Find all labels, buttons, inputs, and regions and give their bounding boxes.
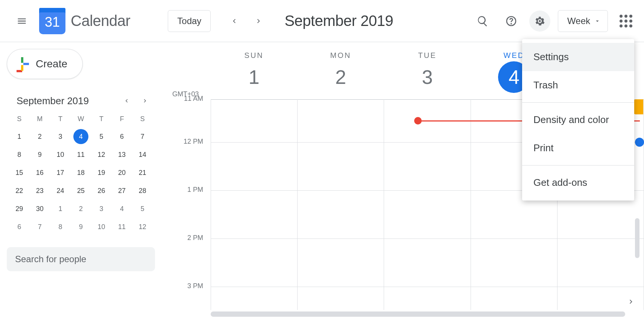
- day-header-dow: MON: [297, 51, 384, 60]
- mini-day[interactable]: 11: [112, 219, 132, 234]
- chevron-right-icon: [142, 97, 149, 104]
- day-header[interactable]: MON2: [297, 42, 384, 99]
- mini-day[interactable]: 21: [132, 165, 153, 180]
- mini-day[interactable]: 14: [132, 147, 153, 162]
- day-header-num: 1: [211, 61, 297, 93]
- prev-period-button[interactable]: [226, 13, 242, 29]
- help-button[interactable]: [501, 11, 522, 32]
- mini-day[interactable]: 12: [91, 147, 112, 162]
- mini-day[interactable]: 13: [112, 147, 132, 162]
- mini-day[interactable]: 7: [132, 129, 153, 144]
- mini-calendar: September 2019 SMTWTFS123456789101112131…: [7, 95, 155, 234]
- time-label: 12 PM: [166, 138, 203, 146]
- mini-day[interactable]: 1: [9, 129, 30, 144]
- day-column[interactable]: [298, 99, 384, 310]
- next-period-button[interactable]: [251, 13, 267, 29]
- people-search-input[interactable]: Search for people: [7, 247, 155, 271]
- gear-icon: [534, 15, 546, 27]
- day-header[interactable]: TUE3: [384, 42, 471, 99]
- mini-day[interactable]: 4: [112, 201, 132, 216]
- mini-day[interactable]: 28: [132, 183, 153, 198]
- mini-day[interactable]: 9: [30, 147, 50, 162]
- mini-day[interactable]: 6: [9, 219, 30, 234]
- create-button[interactable]: Create: [7, 49, 83, 79]
- create-button-label: Create: [36, 58, 67, 70]
- mini-day[interactable]: 29: [9, 201, 30, 216]
- mini-day[interactable]: 11: [71, 147, 91, 162]
- menu-divider: [522, 102, 634, 103]
- mini-day[interactable]: 26: [91, 183, 112, 198]
- day-header[interactable]: SUN1: [211, 42, 297, 99]
- mini-next-month-button[interactable]: [139, 95, 151, 107]
- app-title: Calendar: [71, 12, 130, 29]
- mini-day[interactable]: 30: [30, 201, 50, 216]
- tasks-side-badge[interactable]: [633, 99, 643, 114]
- vertical-scrollbar-thumb[interactable]: [635, 218, 639, 258]
- mini-day[interactable]: 2: [30, 129, 50, 144]
- settings-menu-addons[interactable]: Get add-ons: [522, 169, 634, 197]
- mini-day[interactable]: 25: [71, 183, 91, 198]
- mini-prev-month-button[interactable]: [120, 95, 132, 107]
- app-logo[interactable]: 31 Calendar: [39, 8, 130, 34]
- mini-day[interactable]: 6: [112, 129, 132, 144]
- today-button[interactable]: Today: [168, 10, 211, 32]
- current-date-range: September 2019: [284, 12, 393, 29]
- mini-day[interactable]: 9: [71, 219, 91, 234]
- mini-day[interactable]: 20: [112, 165, 132, 180]
- people-search-placeholder: Search for people: [15, 254, 86, 264]
- mini-day[interactable]: 5: [132, 201, 153, 216]
- mini-day[interactable]: 19: [91, 165, 112, 180]
- now-indicator-dot: [414, 117, 422, 125]
- scroll-right-button[interactable]: [624, 295, 638, 308]
- mini-day[interactable]: 16: [30, 165, 50, 180]
- mini-day[interactable]: 3: [91, 201, 112, 216]
- mini-day[interactable]: 10: [50, 147, 71, 162]
- settings-menu-trash[interactable]: Trash: [522, 71, 634, 99]
- chevron-left-icon: [123, 97, 130, 104]
- mini-day[interactable]: 5: [91, 129, 112, 144]
- mini-day[interactable]: 8: [9, 147, 30, 162]
- mini-day[interactable]: 4: [71, 129, 91, 144]
- mini-day[interactable]: 7: [30, 219, 50, 234]
- mini-day[interactable]: 22: [9, 183, 30, 198]
- mini-day[interactable]: 10: [91, 219, 112, 234]
- mini-day[interactable]: 12: [132, 219, 153, 234]
- day-header-dow: SUN: [211, 51, 297, 60]
- time-label: 1 PM: [166, 186, 203, 194]
- day-column[interactable]: [384, 99, 471, 310]
- day-header-num: 3: [384, 61, 471, 93]
- search-button[interactable]: [472, 11, 493, 32]
- mini-day[interactable]: 17: [50, 165, 71, 180]
- settings-menu-print[interactable]: Print: [522, 134, 634, 162]
- help-icon: [505, 15, 517, 27]
- event-done-badge[interactable]: [635, 138, 644, 147]
- mini-day[interactable]: 24: [50, 183, 71, 198]
- google-apps-button[interactable]: [615, 11, 636, 32]
- mini-day[interactable]: 23: [30, 183, 50, 198]
- mini-dow: W: [71, 112, 91, 126]
- search-icon: [477, 15, 489, 27]
- horizontal-scrollbar[interactable]: [211, 311, 625, 317]
- chevron-left-icon: [230, 17, 238, 25]
- mini-day[interactable]: 1: [50, 201, 71, 216]
- mini-day[interactable]: 2: [71, 201, 91, 216]
- main-menu-button[interactable]: [13, 12, 31, 30]
- day-header-dow: TUE: [384, 51, 471, 60]
- mini-dow: S: [132, 112, 153, 126]
- mini-day[interactable]: 27: [112, 183, 132, 198]
- mini-day[interactable]: 18: [71, 165, 91, 180]
- mini-dow: S: [9, 112, 30, 126]
- settings-menu-settings[interactable]: Settings: [522, 43, 634, 71]
- view-switcher[interactable]: Week: [558, 10, 608, 32]
- day-column[interactable]: [211, 99, 298, 310]
- view-switcher-label: Week: [567, 16, 590, 26]
- mini-calendar-title: September 2019: [9, 95, 89, 107]
- mini-day[interactable]: 8: [50, 219, 71, 234]
- time-label: 3 PM: [166, 282, 203, 290]
- settings-button[interactable]: [529, 11, 550, 32]
- mini-day[interactable]: 3: [50, 129, 71, 144]
- mini-day[interactable]: 15: [9, 165, 30, 180]
- time-label: 11 AM: [166, 95, 203, 103]
- settings-menu-density[interactable]: Density and color: [522, 106, 634, 134]
- mini-dow: F: [112, 112, 132, 126]
